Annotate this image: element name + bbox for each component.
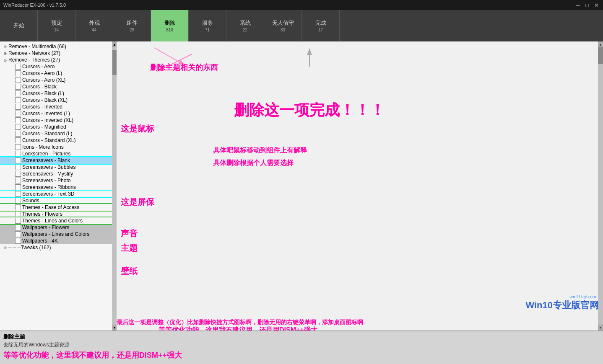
tree-item-themes-flowers[interactable]: Themes - Flowers	[0, 211, 112, 217]
check-cursors-inverted-xl[interactable]	[15, 117, 21, 123]
tree-item-cursors-black-l[interactable]: Cursors - Black (L)	[0, 90, 112, 97]
expander-themes[interactable]: ⊖	[2, 58, 8, 62]
close-button[interactable]: ✕	[593, 2, 600, 8]
scroll-thumb[interactable]	[112, 50, 117, 75]
check-icons-more[interactable]	[15, 144, 21, 150]
nav-services[interactable]: 服务 71	[189, 10, 226, 41]
check-ss-ribbons[interactable]	[15, 184, 21, 190]
label-wp-flowers: Wallpapers - Flowers	[22, 225, 69, 230]
tree-item-ss-blank[interactable]: Screensavers - Blank	[0, 157, 112, 164]
nav-remove[interactable]: 删除 810	[151, 10, 189, 41]
label-ss-blank: Screensavers - Blank	[22, 157, 70, 163]
tree-item-tweaks[interactable]: ⊕ ─ ─ ─ Tweaks (162)	[0, 244, 112, 251]
check-themes-ease[interactable]	[15, 204, 21, 210]
tree-item-cursors-aero-xl[interactable]: Cursors - Aero (XL)	[0, 77, 112, 83]
nav-unattended[interactable]: 无人值守 33	[264, 10, 302, 41]
tree-item-cursors-magnified[interactable]: Cursors - Magnified	[0, 124, 112, 130]
label-themes-group: Remove - Themes (27)	[8, 57, 60, 63]
expander-network[interactable]: ⊕	[2, 51, 8, 56]
nav-finish[interactable]: 完成 17	[302, 10, 340, 41]
tree-item-themes-group[interactable]: ⊖ Remove - Themes (27)	[0, 57, 112, 63]
tree-item-cursors-inverted[interactable]: Cursors - Inverted	[0, 103, 112, 110]
check-wp-4k[interactable]	[15, 238, 21, 244]
tree-item-ss-text3d[interactable]: Screensavers - Text 3D	[0, 191, 112, 197]
tree-item-cursors-inverted-l[interactable]: Cursors - Inverted (L)	[0, 110, 112, 117]
annotation-theme-label: 主题	[121, 243, 138, 254]
check-cursors-std-xl[interactable]	[15, 137, 21, 143]
check-sounds[interactable]	[15, 198, 21, 204]
main-scrollbar[interactable]: ▲ ▼	[598, 41, 603, 330]
minimize-button[interactable]: ─	[574, 2, 581, 8]
nav-appearance[interactable]: 外观 44	[75, 10, 113, 41]
tree-item-cursors-std-l[interactable]: Cursors - Standard (L)	[0, 130, 112, 137]
tree-item-ss-bubbles[interactable]: Screensavers - Bubbles	[0, 164, 112, 170]
check-cursors-inverted[interactable]	[15, 104, 21, 110]
main-scroll-thumb[interactable]	[598, 47, 603, 64]
check-cursors-std-l[interactable]	[15, 131, 21, 137]
tree-item-wp-loc[interactable]: Wallpapers - Lines and Colors	[0, 231, 112, 238]
tree-item-ss-mystify[interactable]: Screensavers - Mystify	[0, 170, 112, 177]
svg-line-0	[159, 54, 192, 71]
nav-system[interactable]: 系统 22	[226, 10, 264, 41]
tree-panel[interactable]: ⊕ Remove - Multimedia (66) ⊕ Remove - Ne…	[0, 41, 112, 330]
check-wp-loc[interactable]	[15, 231, 21, 237]
tree-item-cursors-black[interactable]: Cursors - Black	[0, 83, 112, 90]
tree-item-ss-photo[interactable]: Screensavers - Photo	[0, 177, 112, 184]
check-ss-blank[interactable]	[15, 157, 21, 163]
annotation-mouse-hint2: 具体删除根据个人需要选择	[213, 159, 294, 168]
check-cursors-aero[interactable]	[15, 64, 21, 70]
check-cursors-black-xl[interactable]	[15, 97, 21, 103]
scroll-up-arrow[interactable]: ▲	[112, 41, 117, 47]
nav-finish-label: 完成	[315, 19, 326, 27]
tree-item-cursors-aero-l[interactable]: Cursors - Aero (L)	[0, 70, 112, 77]
maximize-button[interactable]: □	[584, 2, 590, 8]
label-lockscreen: Lockscreen - Pictures	[22, 151, 70, 157]
check-cursors-inverted-l[interactable]	[15, 111, 21, 116]
tree-item-icons-more[interactable]: Icons - More Icons	[0, 144, 112, 150]
watermark-logo: Win10专业版官网	[525, 299, 599, 312]
check-ss-bubbles[interactable]	[15, 164, 21, 170]
check-cursors-aero-l[interactable]	[15, 70, 21, 76]
tree-item-network[interactable]: ⊕ Remove - Network (27)	[0, 50, 112, 57]
check-themes-flowers[interactable]	[15, 211, 21, 217]
check-wp-flowers[interactable]	[15, 225, 21, 230]
check-ss-mystify[interactable]	[15, 171, 21, 177]
check-cursors-magnified[interactable]	[15, 124, 21, 130]
tree-scrollbar[interactable]: ▲ ▼	[112, 41, 117, 330]
tree-item-ss-ribbons[interactable]: Screensavers - Ribbons	[0, 184, 112, 191]
nav-services-label: 服务	[202, 19, 213, 27]
expander-multimedia[interactable]: ⊕	[2, 44, 8, 49]
nav-components-label: 组件	[127, 19, 138, 27]
tree-item-themes-ease[interactable]: Themes - Ease of Access	[0, 204, 112, 211]
main-scroll-up[interactable]: ▲	[598, 41, 603, 47]
tree-item-wp-flowers[interactable]: Wallpapers - Flowers	[0, 224, 112, 231]
check-themes-lines[interactable]	[15, 218, 21, 224]
nav-components[interactable]: 组件 29	[113, 10, 151, 41]
main-scroll-down[interactable]: ▼	[598, 325, 603, 330]
check-cursors-black-l[interactable]	[15, 90, 21, 96]
label-cursors-aero: Cursors - Aero	[22, 64, 55, 70]
check-cursors-aero-xl[interactable]	[15, 77, 21, 83]
tree-item-cursors-aero[interactable]: Cursors - Aero	[0, 63, 112, 70]
label-ss-text3d: Screensavers - Text 3D	[22, 191, 75, 197]
check-ss-text3d[interactable]	[15, 191, 21, 197]
label-cursors-inverted: Cursors - Inverted	[22, 104, 62, 110]
nav-start[interactable]: 开始	[0, 10, 38, 41]
expander-tweaks[interactable]: ⊕	[2, 245, 8, 250]
nav-preset-count: 14	[54, 28, 59, 32]
nav-preset[interactable]: 预定 14	[38, 10, 75, 41]
scroll-down-arrow[interactable]: ▼	[112, 325, 117, 330]
check-lockscreen[interactable]	[15, 151, 21, 157]
tree-item-cursors-black-xl[interactable]: Cursors - Black (XL)	[0, 97, 112, 103]
tree-item-cursors-inverted-xl[interactable]: Cursors - Inverted (XL)	[0, 117, 112, 124]
tree-item-wp-4k[interactable]: Wallpapers - 4K	[0, 238, 112, 244]
tree-item-cursors-std-xl[interactable]: Cursors - Standard (XL)	[0, 137, 112, 144]
tree-item-sounds[interactable]: Sounds	[0, 197, 112, 204]
tree-item-themes-lines[interactable]: Themes - Lines and Colors	[0, 217, 112, 224]
check-cursors-black[interactable]	[15, 84, 21, 90]
tree-item-multimedia[interactable]: ⊕ Remove - Multimedia (66)	[0, 43, 112, 50]
check-ss-photo[interactable]	[15, 178, 21, 183]
tree-item-lockscreen[interactable]: Lockscreen - Pictures	[0, 150, 112, 157]
nav-system-label: 系统	[240, 19, 251, 27]
label-ss-ribbons: Screensavers - Ribbons	[22, 184, 76, 190]
